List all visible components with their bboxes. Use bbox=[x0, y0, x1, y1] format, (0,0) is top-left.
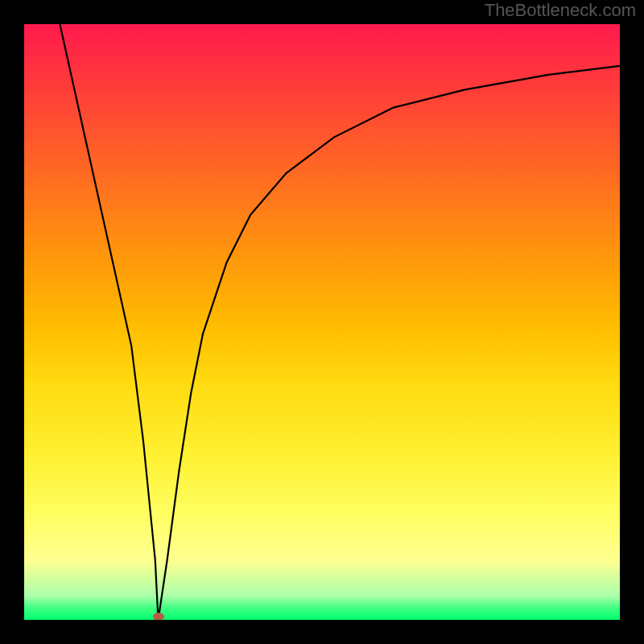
curve-layer bbox=[24, 24, 620, 620]
bottleneck-curve bbox=[60, 24, 620, 620]
plot-area bbox=[24, 24, 620, 620]
watermark-text: TheBottleneck.com bbox=[485, 0, 636, 21]
chart-frame: TheBottleneck.com bbox=[0, 0, 644, 644]
bottleneck-marker-icon bbox=[153, 613, 164, 620]
